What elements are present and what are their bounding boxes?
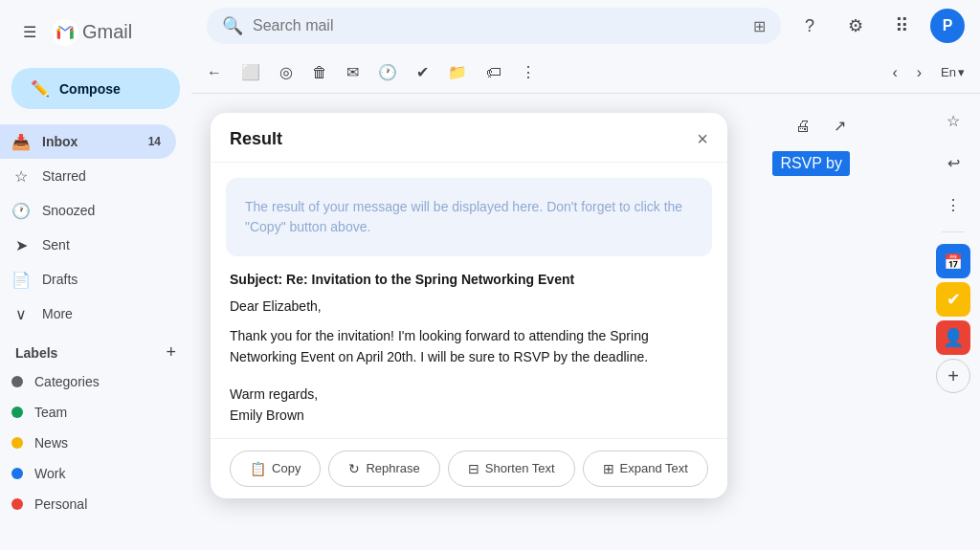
snoozed-icon: 🕐 <box>11 202 31 220</box>
delete-button[interactable]: 🗑 <box>304 56 335 89</box>
apps-button[interactable]: ⠿ <box>884 9 919 43</box>
sidebar-header: ☰ Gmail <box>0 8 191 56</box>
snooze-button[interactable]: 🕐 <box>370 55 405 89</box>
add-app-button[interactable]: + <box>936 359 970 393</box>
star-icon: ☆ <box>947 112 960 130</box>
sidebar-label-categories[interactable]: Categories <box>0 366 176 397</box>
hamburger-icon: ☰ <box>23 23 36 41</box>
compose-button[interactable]: ✏️ Compose <box>11 68 180 109</box>
rephrase-button[interactable]: ↻ Rephrase <box>328 451 439 487</box>
rephrase-icon: ↻ <box>348 461 360 476</box>
archive-icon: ⬜ <box>241 63 260 81</box>
search-bar[interactable]: 🔍 ⊞ <box>207 8 781 44</box>
back-icon: ← <box>207 64 222 81</box>
email-toolbar: ← ⬜ ◎ 🗑 ✉ 🕐 ✔ 📁 🏷 ⋮ ‹ <box>191 52 980 94</box>
modal-footer: 📋 Copy ↻ Rephrase ⊟ Shorten Text ⊞ <box>211 438 727 498</box>
gmail-logo: Gmail <box>52 19 132 46</box>
modal-placeholder-text: The result of your message will be displ… <box>245 199 682 234</box>
right-panel-apps: 📅 ✔ 👤 + <box>936 244 970 393</box>
compose-icon: ✏️ <box>31 79 50 98</box>
right-panel: ☆ ↩ ⋮ 📅 ✔ 👤 + <box>926 94 980 550</box>
modal-overlay: Result × The result of your message will… <box>191 94 926 550</box>
next-icon: › <box>917 64 922 81</box>
sidebar-label-news[interactable]: News <box>0 428 176 458</box>
work-label: Work <box>34 466 65 481</box>
categories-label: Categories <box>34 374 100 389</box>
settings-icon: ⚙ <box>848 15 863 36</box>
expand-icon: ∨ <box>11 305 31 323</box>
copy-label: Copy <box>272 461 301 475</box>
expand-label: Expand Text <box>620 461 688 475</box>
modal-title: Result <box>230 129 282 149</box>
work-dot <box>11 468 23 479</box>
right-panel-reply-button[interactable]: ↩ <box>934 143 972 182</box>
modal-placeholder: The result of your message will be displ… <box>226 178 712 256</box>
right-panel-star-button[interactable]: ☆ <box>934 101 972 140</box>
inbox-badge: 14 <box>148 135 161 148</box>
result-modal: Result × The result of your message will… <box>211 113 727 498</box>
tasks-app-icon[interactable]: ✔ <box>936 282 970 317</box>
prev-email-button[interactable]: ‹ <box>884 56 904 89</box>
contacts-app-icon[interactable]: 👤 <box>936 320 970 355</box>
categories-dot <box>11 376 23 387</box>
sidebar-item-sent[interactable]: ➤ Sent <box>0 228 176 262</box>
move-button[interactable]: 📁 <box>440 55 475 89</box>
task-icon: ✔ <box>416 63 429 81</box>
next-email-button[interactable]: › <box>909 56 929 89</box>
report-icon: ◎ <box>279 63 293 81</box>
sidebar-item-snoozed[interactable]: 🕐 Snoozed <box>0 193 176 228</box>
settings-button[interactable]: ⚙ <box>838 9 873 43</box>
hamburger-menu-button[interactable]: ☰ <box>15 15 44 49</box>
sidebar-label-team[interactable]: Team <box>0 397 176 428</box>
label-icon: 🏷 <box>486 64 501 81</box>
drafts-label: Drafts <box>42 272 78 287</box>
lang-dropdown-icon: ▾ <box>958 65 965 79</box>
add-label-button[interactable]: + <box>166 342 176 363</box>
star-icon: ☆ <box>11 167 31 186</box>
email-content: 🖨 ↗ RSVP by Result × <box>191 94 926 550</box>
gmail-icon <box>56 23 75 42</box>
avatar[interactable]: P <box>930 9 965 43</box>
search-input[interactable] <box>253 17 744 34</box>
apps-icon: ⠿ <box>895 14 909 37</box>
modal-body: Subject: Re: Invitation to the Spring Ne… <box>211 272 727 438</box>
sidebar-item-more[interactable]: ∨ More <box>0 297 176 331</box>
help-button[interactable]: ? <box>792 9 827 43</box>
sidebar-item-starred[interactable]: ☆ Starred <box>0 159 176 193</box>
shorten-icon: ⊟ <box>468 461 479 476</box>
search-filter-icon[interactable]: ⊞ <box>753 17 766 35</box>
right-panel-divider <box>942 231 965 232</box>
sidebar-item-inbox[interactable]: 📥 Inbox 14 <box>0 124 176 159</box>
language-button[interactable]: En ▾ <box>933 59 972 85</box>
task-button[interactable]: ✔ <box>409 55 436 89</box>
sidebar-item-drafts[interactable]: 📄 Drafts <box>0 262 176 297</box>
right-panel-more-button[interactable]: ⋮ <box>934 186 972 224</box>
sidebar-label-personal[interactable]: Personal <box>0 489 176 519</box>
personal-dot <box>11 498 23 510</box>
team-dot <box>11 407 23 418</box>
delete-icon: 🗑 <box>312 64 327 81</box>
labels-title: Labels <box>15 345 57 361</box>
back-button[interactable]: ← <box>199 56 230 89</box>
plus-icon: + <box>947 365 959 387</box>
report-button[interactable]: ◎ <box>272 55 301 89</box>
closing-line1: Warm regards, <box>230 386 318 402</box>
sidebar-label-work[interactable]: Work <box>0 458 176 489</box>
drafts-icon: 📄 <box>11 271 31 289</box>
compose-label: Compose <box>59 81 121 97</box>
shorten-button[interactable]: ⊟ Shorten Text <box>448 451 575 487</box>
prev-icon: ‹ <box>892 64 897 81</box>
sent-label: Sent <box>42 237 70 253</box>
archive-button[interactable]: ⬜ <box>234 55 268 89</box>
mail-button[interactable]: ✉ <box>339 55 367 89</box>
copy-button[interactable]: 📋 Copy <box>230 451 321 487</box>
topbar: 🔍 ⊞ ? ⚙ ⠿ P <box>191 0 980 52</box>
modal-close-button[interactable]: × <box>697 128 708 150</box>
expand-button[interactable]: ⊞ Expand Text <box>583 451 708 487</box>
gmail-label: Gmail <box>82 21 132 43</box>
labels-section: Labels + <box>0 331 191 366</box>
more-button[interactable]: ⋮ <box>513 55 544 89</box>
sent-icon: ➤ <box>11 236 31 254</box>
label-button[interactable]: 🏷 <box>479 56 509 89</box>
calendar-app-icon[interactable]: 📅 <box>936 244 970 278</box>
